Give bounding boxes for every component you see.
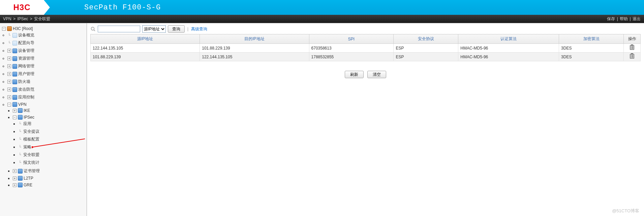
expand-icon[interactable]: +: [7, 88, 11, 91]
leaf-icon: └: [18, 145, 22, 149]
tree-item-device[interactable]: +设备管理: [7, 48, 87, 54]
expand-icon[interactable]: +: [13, 177, 17, 180]
leaf-icon: └: [18, 130, 22, 133]
table-row: 101.88.229.139 122.144.135.105 178853285…: [91, 53, 641, 61]
leaf-icon: └: [18, 153, 22, 157]
clear-button[interactable]: 清空: [367, 71, 386, 78]
expand-icon[interactable]: +: [7, 80, 11, 84]
folder-icon: [12, 95, 17, 100]
breadcrumb-item[interactable]: VPN: [3, 17, 11, 21]
tree-item-wizard[interactable]: └配置向导: [7, 40, 87, 46]
svg-point-0: [91, 27, 94, 30]
folder-icon: [12, 102, 17, 107]
logo: H3C: [0, 0, 44, 15]
folder-icon: [12, 80, 17, 84]
collapse-icon[interactable]: −: [13, 116, 17, 119]
tree-item-ipsec-policy[interactable]: └策略: [18, 144, 87, 150]
expand-icon[interactable]: +: [13, 183, 17, 187]
folder-icon: [12, 49, 17, 53]
doc-icon: [12, 33, 17, 38]
expand-icon[interactable]: +: [13, 109, 17, 113]
tree-item-appctrl[interactable]: +应用控制: [7, 94, 87, 100]
col-spi[interactable]: SPI: [309, 34, 394, 44]
tree-item-l2tp[interactable]: +L2TP: [13, 176, 87, 181]
content: 源IP地址 查询 | 高级查询 源IP地址 目的IP地址 SPI 安全协议 认证…: [87, 23, 644, 216]
folder-icon: [18, 183, 23, 187]
logo-text: H3C: [13, 3, 30, 12]
tree-item-ike[interactable]: +IKE: [13, 108, 87, 113]
breadcrumb-item: 安全联盟: [34, 17, 50, 21]
logout-link[interactable]: 退出: [633, 17, 641, 21]
sa-table: 源IP地址 目的IP地址 SPI 安全协议 认证算法 加密算法 操作 122.1…: [90, 34, 641, 61]
doc-icon: [12, 41, 17, 45]
refresh-button[interactable]: 刷新: [345, 71, 364, 78]
device-title: SecPath F100-S-G: [84, 3, 161, 12]
table-row: 122.144.135.105 101.88.229.139 670358613…: [91, 44, 641, 53]
col-proto[interactable]: 安全协议: [394, 34, 458, 44]
top-links: 保存 | 帮助 | 退出: [606, 16, 641, 22]
collapse-icon[interactable]: −: [2, 27, 6, 31]
col-auth[interactable]: 认证算法: [458, 34, 559, 44]
tree-item-cert[interactable]: +证书管理: [13, 168, 87, 174]
breadcrumb-path: VPN > IPSec > 安全联盟: [3, 16, 51, 22]
folder-icon: [12, 87, 17, 92]
root-icon: [7, 26, 12, 31]
expand-icon[interactable]: +: [7, 57, 11, 60]
expand-icon[interactable]: +: [7, 49, 11, 53]
save-link[interactable]: 保存: [607, 17, 615, 21]
folder-icon: [12, 64, 17, 69]
advanced-search-link[interactable]: 高级查询: [191, 26, 207, 32]
tree-item-attack[interactable]: +攻击防范: [7, 86, 87, 93]
collapse-icon[interactable]: −: [7, 103, 11, 106]
delete-icon[interactable]: [630, 45, 634, 50]
tree-item-firewall[interactable]: +防火墙: [7, 79, 87, 85]
folder-icon: [18, 176, 23, 181]
svg-line-1: [94, 30, 95, 31]
expand-icon[interactable]: +: [13, 169, 17, 173]
header: H3C SecPath F100-S-G: [0, 0, 644, 15]
search-bar: 源IP地址 查询 | 高级查询: [90, 25, 641, 33]
search-field-select[interactable]: 源IP地址: [142, 25, 166, 33]
tree-item-ipsec-proposal[interactable]: └安全提议: [18, 128, 87, 135]
col-op: 操作: [624, 34, 641, 44]
action-buttons: 刷新 清空: [90, 71, 641, 78]
expand-icon[interactable]: +: [7, 72, 11, 76]
tree-item-ipsec-template[interactable]: └模板配置: [18, 136, 87, 143]
tree-item-user[interactable]: +用户管理: [7, 71, 87, 77]
search-icon: [90, 26, 96, 32]
leaf-icon: └: [18, 137, 22, 141]
delete-icon[interactable]: [630, 54, 634, 59]
tree-item-resource[interactable]: +资源管理: [7, 55, 87, 62]
tree-item-ipsec-apply[interactable]: └应用: [18, 121, 87, 127]
leaf-icon: └: [18, 122, 22, 126]
tree-item-overview[interactable]: └设备概览: [7, 32, 87, 38]
breadcrumb: VPN > IPSec > 安全联盟 保存 | 帮助 | 退出: [0, 15, 644, 23]
search-input[interactable]: [98, 26, 140, 32]
expand-icon[interactable]: +: [7, 95, 11, 99]
col-enc[interactable]: 加密算法: [559, 34, 624, 44]
search-button[interactable]: 查询: [168, 25, 185, 33]
folder-icon: [18, 169, 23, 174]
col-dst[interactable]: 目的IP地址: [200, 34, 309, 44]
leaf-icon: └: [7, 33, 11, 37]
folder-icon: [12, 56, 17, 61]
tree-item-ipsec[interactable]: −IPSec: [13, 115, 87, 120]
leaf-icon: └: [7, 41, 11, 45]
col-src[interactable]: 源IP地址: [91, 34, 200, 44]
folder-icon: [18, 108, 23, 113]
tree-item-ipsec-stats[interactable]: └报文统计: [18, 159, 87, 166]
folder-icon: [18, 115, 23, 120]
help-link[interactable]: 帮助: [620, 17, 628, 21]
tree-root[interactable]: − H3C [Root]: [2, 26, 87, 31]
leaf-icon: └: [18, 161, 22, 164]
tree-item-vpn[interactable]: −VPN: [7, 102, 87, 107]
watermark: @51CTO博客: [612, 208, 639, 214]
breadcrumb-item[interactable]: IPSec: [17, 17, 28, 21]
expand-icon[interactable]: +: [7, 64, 11, 68]
main: − H3C [Root] └设备概览 └配置向导 +设备管理 +资源管理 +网络…: [0, 23, 644, 216]
tree-item-network[interactable]: +网络管理: [7, 63, 87, 69]
sidebar: − H3C [Root] └设备概览 └配置向导 +设备管理 +资源管理 +网络…: [0, 23, 87, 216]
folder-icon: [12, 72, 17, 76]
tree-item-ipsec-sa[interactable]: └安全联盟: [18, 152, 87, 158]
tree-item-gre[interactable]: +GRE: [13, 182, 87, 188]
